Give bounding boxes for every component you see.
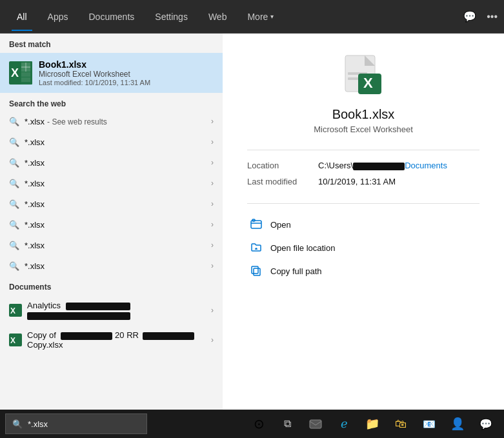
tab-web[interactable]: Web bbox=[198, 3, 237, 31]
task-view-button[interactable]: ⧉ bbox=[274, 411, 300, 437]
more-options-icon[interactable]: ••• bbox=[487, 11, 498, 23]
search-web-label: Search the web bbox=[0, 93, 223, 111]
svg-rect-24 bbox=[254, 268, 260, 275]
location-label: Location bbox=[247, 161, 318, 170]
chevron-icon-5: › bbox=[211, 199, 214, 208]
web-result-7[interactable]: 🔍 *.xlsx › bbox=[0, 235, 223, 255]
file-explorer-icon[interactable]: 📁 bbox=[359, 411, 385, 437]
web-result-8[interactable]: 🔍 *.xlsx › bbox=[0, 255, 223, 276]
svg-text:X: X bbox=[10, 306, 15, 315]
doc-text-copy: Copy of 20 RR Copy.xlsx bbox=[27, 330, 206, 350]
tab-apps[interactable]: Apps bbox=[37, 3, 79, 31]
action-open-file-location[interactable]: Open file location bbox=[247, 236, 479, 259]
chevron-icon-3: › bbox=[211, 158, 214, 167]
location-value: C:\Users\ Documents bbox=[318, 161, 447, 170]
excel-icon-doc-1: X bbox=[9, 304, 22, 317]
excel-icon-doc-2: X bbox=[9, 333, 22, 346]
taskbar: 🔍 ⊙ ⧉ ℯ 📁 🛍 📧 👤 💬 bbox=[0, 410, 504, 438]
tab-documents-label: Documents bbox=[88, 12, 134, 22]
best-match-label: Best match bbox=[0, 34, 223, 53]
skype-icon[interactable]: 💬 bbox=[473, 411, 499, 437]
tab-more[interactable]: More ▾ bbox=[237, 3, 284, 31]
left-panel: Best match X Book1.xlsx Mic bbox=[0, 34, 223, 410]
tab-all[interactable]: All bbox=[6, 3, 37, 31]
chevron-icon-1: › bbox=[211, 117, 214, 126]
best-match-subtitle: Microsoft Excel Worksheet bbox=[39, 70, 150, 79]
web-result-4[interactable]: 🔍 *.xlsx › bbox=[0, 173, 223, 194]
best-match-modified: Last modified: 10/1/2019, 11:31 AM bbox=[39, 79, 150, 86]
mail-icon[interactable] bbox=[303, 411, 328, 437]
profile-avatar-icon[interactable]: 👤 bbox=[445, 411, 470, 437]
best-match-item[interactable]: X Book1.xlsx Microsoft Excel Worksheet L… bbox=[0, 53, 223, 93]
tab-settings[interactable]: Settings bbox=[145, 3, 198, 31]
web-result-6[interactable]: 🔍 *.xlsx › bbox=[0, 214, 223, 235]
last-modified-row: Last modified 10/1/2019, 11:31 AM bbox=[247, 177, 479, 186]
file-subtitle: Microsoft Excel Worksheet bbox=[314, 124, 413, 134]
last-modified-value: 10/1/2019, 11:31 AM bbox=[318, 177, 396, 186]
svg-text:X: X bbox=[11, 66, 19, 79]
web-result-text-8: *.xlsx bbox=[25, 261, 206, 271]
chevron-icon-2: › bbox=[211, 137, 214, 146]
file-title: Book1.xlsx bbox=[332, 107, 395, 122]
tab-settings-label: Settings bbox=[155, 12, 188, 22]
action-open-file-location-label: Open file location bbox=[270, 243, 335, 253]
search-icon-7: 🔍 bbox=[9, 240, 19, 250]
web-result-3[interactable]: 🔍 *.xlsx › bbox=[0, 152, 223, 173]
search-icon-5: 🔍 bbox=[9, 199, 19, 209]
location-prefix: C:\Users\ bbox=[318, 161, 353, 170]
doc-text-analytics: Analytics bbox=[27, 301, 206, 320]
main-area: Best match X Book1.xlsx Mic bbox=[0, 34, 504, 410]
file-actions: Open Open file location bbox=[247, 203, 479, 283]
action-copy-full-path[interactable]: Copy full path bbox=[247, 259, 479, 283]
taskbar-search-input[interactable] bbox=[28, 419, 140, 429]
chevron-icon-4: › bbox=[211, 179, 214, 188]
chevron-down-icon: ▾ bbox=[270, 13, 274, 20]
last-modified-label: Last modified bbox=[247, 177, 318, 186]
tab-all-label: All bbox=[17, 12, 27, 22]
tab-web-label: Web bbox=[208, 12, 227, 22]
web-result-text-5: *.xlsx bbox=[25, 199, 206, 209]
tab-more-label: More bbox=[247, 12, 268, 22]
excel-icon-best-match: X bbox=[9, 61, 32, 85]
svg-rect-7 bbox=[21, 72, 30, 77]
web-result-text-4: *.xlsx bbox=[25, 179, 206, 188]
outlook-icon[interactable]: 📧 bbox=[416, 411, 442, 437]
search-icon-8: 🔍 bbox=[9, 261, 19, 271]
web-result-text-1: *.xlsx- See web results bbox=[25, 117, 206, 126]
chevron-icon-7: › bbox=[211, 241, 214, 250]
best-match-text: Book1.xlsx Microsoft Excel Worksheet Las… bbox=[39, 59, 150, 86]
doc-item-analytics[interactable]: X Analytics › bbox=[0, 295, 223, 325]
chevron-icon-6: › bbox=[211, 220, 214, 229]
action-open[interactable]: Open bbox=[247, 213, 479, 236]
svg-rect-20 bbox=[251, 221, 261, 228]
edge-icon[interactable]: ℯ bbox=[331, 411, 357, 437]
right-panel: X Book1.xlsx Microsoft Excel Worksheet L… bbox=[223, 34, 504, 410]
web-result-1[interactable]: 🔍 *.xlsx- See web results › bbox=[0, 111, 223, 132]
svg-text:X: X bbox=[363, 75, 373, 91]
taskbar-search[interactable]: 🔍 bbox=[5, 413, 147, 434]
start-button[interactable]: ⊙ bbox=[246, 411, 272, 437]
tab-documents[interactable]: Documents bbox=[78, 3, 145, 31]
chevron-icon-8: › bbox=[211, 261, 214, 270]
web-result-text-2: *.xlsx bbox=[25, 137, 206, 147]
web-result-text-7: *.xlsx bbox=[25, 241, 206, 250]
search-icon-1: 🔍 bbox=[9, 116, 19, 126]
doc-item-copy[interactable]: X Copy of 20 RR Copy.xlsx › bbox=[0, 325, 223, 355]
web-result-5[interactable]: 🔍 *.xlsx › bbox=[0, 194, 223, 214]
tab-apps-label: Apps bbox=[48, 12, 68, 22]
search-icon-2: 🔍 bbox=[9, 137, 19, 147]
web-result-2[interactable]: 🔍 *.xlsx › bbox=[0, 132, 223, 152]
feedback-icon[interactable]: 💬 bbox=[463, 10, 476, 23]
svg-text:X: X bbox=[10, 336, 15, 345]
location-documents[interactable]: Documents bbox=[405, 161, 447, 170]
store-icon[interactable]: 🛍 bbox=[388, 411, 414, 437]
web-result-text-3: *.xlsx bbox=[25, 158, 206, 168]
file-meta: Location C:\Users\ Documents Last modifi… bbox=[247, 150, 479, 193]
svg-rect-8 bbox=[21, 77, 30, 82]
best-match-title: Book1.xlsx bbox=[39, 59, 150, 70]
web-result-text-6: *.xlsx bbox=[25, 220, 206, 230]
copy-icon bbox=[250, 264, 263, 277]
svg-rect-26 bbox=[310, 420, 321, 428]
documents-label: Documents bbox=[0, 276, 223, 295]
action-open-label: Open bbox=[270, 220, 291, 230]
